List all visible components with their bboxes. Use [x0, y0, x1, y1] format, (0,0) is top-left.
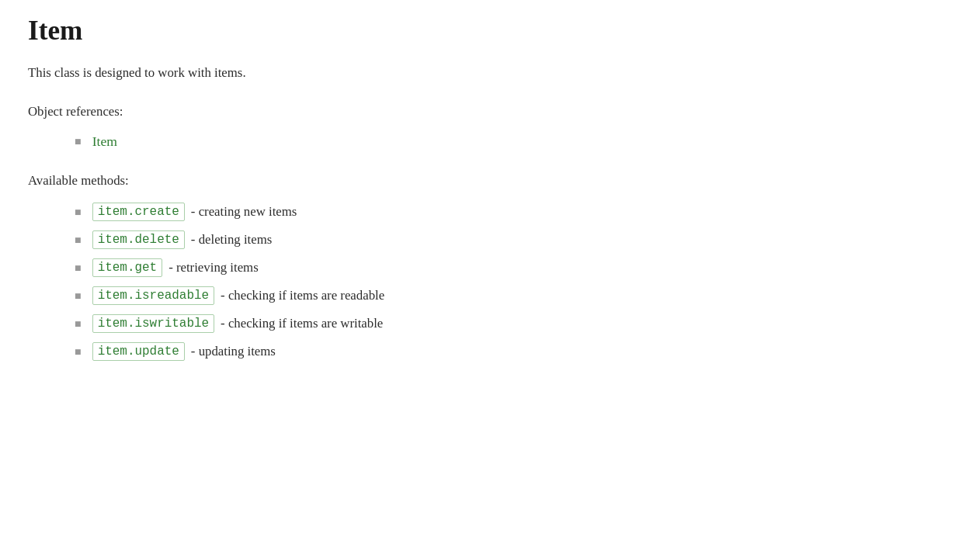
- method-description-1: - deleting items: [191, 232, 272, 248]
- method-code-3: item.isreadable: [92, 286, 214, 305]
- bullet-icon: ■: [75, 262, 82, 275]
- bullet-icon: ■: [75, 317, 82, 331]
- bullet-icon: ■: [75, 289, 82, 303]
- object-references-label: Object references:: [28, 104, 952, 120]
- method-description-5: - updating items: [191, 344, 276, 359]
- method-description-4: - checking if items are writable: [221, 316, 383, 331]
- list-item: ■ Item: [75, 133, 952, 150]
- list-item: ■item.isreadable- checking if items are …: [75, 286, 952, 305]
- bullet-icon: ■: [75, 135, 82, 148]
- method-code-4: item.iswritable: [92, 314, 214, 333]
- methods-list: ■item.create- creating new items■item.de…: [75, 203, 952, 361]
- method-description-3: - checking if items are readable: [221, 288, 384, 303]
- method-description-2: - retrieving items: [169, 260, 259, 275]
- bullet-icon: ■: [75, 234, 82, 247]
- available-methods-label: Available methods:: [28, 173, 952, 189]
- method-description-0: - creating new items: [191, 204, 297, 220]
- page-title: Item: [28, 16, 952, 47]
- list-item: ■item.update- updating items: [75, 342, 952, 361]
- page-description: This class is designed to work with item…: [28, 65, 952, 81]
- item-reference-link[interactable]: Item: [92, 133, 117, 150]
- bullet-icon: ■: [75, 206, 82, 219]
- list-item: ■item.delete- deleting items: [75, 230, 952, 249]
- list-item: ■item.iswritable- checking if items are …: [75, 314, 952, 333]
- list-item: ■item.get- retrieving items: [75, 258, 952, 277]
- list-item: ■item.create- creating new items: [75, 203, 952, 221]
- method-code-0: item.create: [92, 203, 185, 221]
- object-references-list: ■ Item: [75, 133, 952, 150]
- method-code-2: item.get: [92, 258, 163, 277]
- method-code-1: item.delete: [92, 230, 185, 249]
- bullet-icon: ■: [75, 345, 82, 359]
- method-code-5: item.update: [92, 342, 185, 361]
